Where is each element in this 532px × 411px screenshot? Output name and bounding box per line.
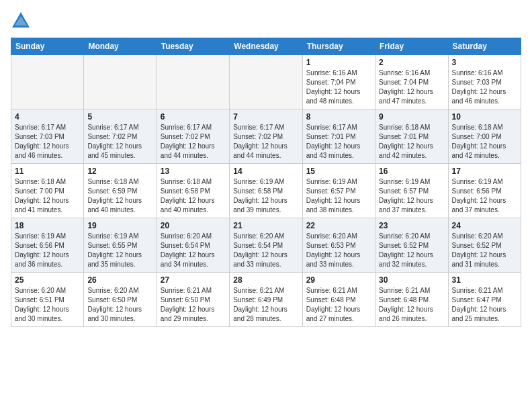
day-number: 2 — [379, 58, 444, 67]
calendar-cell: 15Sunrise: 6:19 AM Sunset: 6:57 PM Dayli… — [302, 164, 375, 218]
week-row: 25Sunrise: 6:20 AM Sunset: 6:51 PM Dayli… — [11, 273, 521, 327]
calendar-cell: 6Sunrise: 6:17 AM Sunset: 7:02 PM Daylig… — [157, 109, 229, 164]
page-header — [11, 11, 521, 31]
calendar-cell: 16Sunrise: 6:19 AM Sunset: 6:57 PM Dayli… — [375, 164, 448, 218]
calendar-cell: 22Sunrise: 6:20 AM Sunset: 6:53 PM Dayli… — [302, 218, 375, 273]
day-info: Sunrise: 6:21 AM Sunset: 6:50 PM Dayligh… — [161, 286, 226, 324]
day-number: 3 — [452, 58, 517, 67]
header-row: SundayMondayTuesdayWednesdayThursdayFrid… — [11, 38, 521, 55]
day-number: 4 — [15, 112, 80, 122]
calendar-cell: 8Sunrise: 6:17 AM Sunset: 7:01 PM Daylig… — [302, 109, 375, 164]
day-info: Sunrise: 6:18 AM Sunset: 6:59 PM Dayligh… — [87, 177, 152, 215]
calendar-table: SundayMondayTuesdayWednesdayThursdayFrid… — [11, 38, 521, 327]
calendar-cell — [157, 55, 229, 109]
day-info: Sunrise: 6:20 AM Sunset: 6:51 PM Dayligh… — [15, 286, 80, 324]
logo — [11, 11, 34, 31]
calendar-cell: 29Sunrise: 6:21 AM Sunset: 6:48 PM Dayli… — [302, 273, 375, 327]
day-info: Sunrise: 6:19 AM Sunset: 6:57 PM Dayligh… — [379, 177, 444, 215]
calendar-cell: 26Sunrise: 6:20 AM Sunset: 6:50 PM Dayli… — [84, 273, 157, 327]
header-cell-friday: Friday — [375, 38, 448, 55]
day-info: Sunrise: 6:16 AM Sunset: 7:04 PM Dayligh… — [379, 68, 444, 106]
day-info: Sunrise: 6:20 AM Sunset: 6:54 PM Dayligh… — [233, 232, 298, 269]
day-info: Sunrise: 6:17 AM Sunset: 7:01 PM Dayligh… — [306, 123, 371, 161]
day-number: 6 — [161, 112, 226, 122]
calendar-cell: 11Sunrise: 6:18 AM Sunset: 7:00 PM Dayli… — [11, 164, 84, 218]
header-cell-saturday: Saturday — [448, 38, 521, 55]
calendar-cell: 24Sunrise: 6:20 AM Sunset: 6:52 PM Dayli… — [448, 218, 521, 273]
week-row: 4Sunrise: 6:17 AM Sunset: 7:03 PM Daylig… — [11, 109, 521, 164]
calendar-header: SundayMondayTuesdayWednesdayThursdayFrid… — [11, 38, 521, 55]
calendar-cell: 10Sunrise: 6:18 AM Sunset: 7:00 PM Dayli… — [448, 109, 521, 164]
day-info: Sunrise: 6:18 AM Sunset: 7:00 PM Dayligh… — [452, 123, 517, 161]
day-info: Sunrise: 6:16 AM Sunset: 7:04 PM Dayligh… — [306, 68, 371, 106]
day-info: Sunrise: 6:16 AM Sunset: 7:03 PM Dayligh… — [452, 68, 517, 106]
calendar-cell: 19Sunrise: 6:19 AM Sunset: 6:55 PM Dayli… — [84, 218, 157, 273]
calendar-cell: 7Sunrise: 6:17 AM Sunset: 7:02 PM Daylig… — [230, 109, 302, 164]
header-cell-thursday: Thursday — [302, 38, 375, 55]
header-cell-wednesday: Wednesday — [230, 38, 302, 55]
day-number: 22 — [306, 221, 371, 230]
day-info: Sunrise: 6:19 AM Sunset: 6:55 PM Dayligh… — [87, 232, 152, 269]
day-number: 23 — [379, 221, 444, 230]
day-number: 27 — [161, 275, 226, 285]
logo-icon — [11, 11, 31, 31]
calendar-cell: 14Sunrise: 6:19 AM Sunset: 6:58 PM Dayli… — [230, 164, 302, 218]
day-number: 26 — [87, 275, 152, 285]
day-number: 31 — [452, 275, 517, 285]
calendar-body: 1Sunrise: 6:16 AM Sunset: 7:04 PM Daylig… — [11, 55, 521, 327]
day-info: Sunrise: 6:21 AM Sunset: 6:48 PM Dayligh… — [379, 286, 444, 324]
calendar-cell: 31Sunrise: 6:21 AM Sunset: 6:47 PM Dayli… — [448, 273, 521, 327]
header-cell-sunday: Sunday — [11, 38, 84, 55]
day-info: Sunrise: 6:20 AM Sunset: 6:52 PM Dayligh… — [379, 232, 444, 269]
day-info: Sunrise: 6:18 AM Sunset: 6:58 PM Dayligh… — [161, 177, 226, 215]
calendar-cell: 17Sunrise: 6:19 AM Sunset: 6:56 PM Dayli… — [448, 164, 521, 218]
calendar-cell — [11, 55, 84, 109]
calendar-cell: 25Sunrise: 6:20 AM Sunset: 6:51 PM Dayli… — [11, 273, 84, 327]
day-number: 11 — [15, 167, 80, 176]
day-number: 15 — [306, 167, 371, 176]
day-number: 7 — [233, 112, 298, 122]
day-number: 5 — [87, 112, 152, 122]
day-info: Sunrise: 6:21 AM Sunset: 6:48 PM Dayligh… — [306, 286, 371, 324]
day-info: Sunrise: 6:19 AM Sunset: 6:56 PM Dayligh… — [15, 232, 80, 269]
day-info: Sunrise: 6:20 AM Sunset: 6:50 PM Dayligh… — [87, 286, 152, 324]
day-number: 28 — [233, 275, 298, 285]
day-info: Sunrise: 6:21 AM Sunset: 6:47 PM Dayligh… — [452, 286, 517, 324]
day-number: 17 — [452, 167, 517, 176]
day-number: 10 — [452, 112, 517, 122]
calendar-cell: 28Sunrise: 6:21 AM Sunset: 6:49 PM Dayli… — [230, 273, 302, 327]
day-info: Sunrise: 6:18 AM Sunset: 7:01 PM Dayligh… — [379, 123, 444, 161]
day-info: Sunrise: 6:20 AM Sunset: 6:52 PM Dayligh… — [452, 232, 517, 269]
day-number: 13 — [161, 167, 226, 176]
day-number: 18 — [15, 221, 80, 230]
calendar-cell — [230, 55, 302, 109]
day-number: 29 — [306, 275, 371, 285]
calendar-cell: 30Sunrise: 6:21 AM Sunset: 6:48 PM Dayli… — [375, 273, 448, 327]
calendar-cell: 3Sunrise: 6:16 AM Sunset: 7:03 PM Daylig… — [448, 55, 521, 109]
day-info: Sunrise: 6:17 AM Sunset: 7:02 PM Dayligh… — [233, 123, 298, 161]
calendar-cell — [84, 55, 157, 109]
calendar-cell: 27Sunrise: 6:21 AM Sunset: 6:50 PM Dayli… — [157, 273, 229, 327]
day-info: Sunrise: 6:21 AM Sunset: 6:49 PM Dayligh… — [233, 286, 298, 324]
calendar-cell: 9Sunrise: 6:18 AM Sunset: 7:01 PM Daylig… — [375, 109, 448, 164]
day-info: Sunrise: 6:17 AM Sunset: 7:03 PM Dayligh… — [15, 123, 80, 161]
day-info: Sunrise: 6:19 AM Sunset: 6:56 PM Dayligh… — [452, 177, 517, 215]
day-number: 1 — [306, 58, 371, 67]
calendar-cell: 5Sunrise: 6:17 AM Sunset: 7:02 PM Daylig… — [84, 109, 157, 164]
day-number: 9 — [379, 112, 444, 122]
day-info: Sunrise: 6:17 AM Sunset: 7:02 PM Dayligh… — [87, 123, 152, 161]
day-number: 24 — [452, 221, 517, 230]
day-number: 21 — [233, 221, 298, 230]
calendar-cell: 12Sunrise: 6:18 AM Sunset: 6:59 PM Dayli… — [84, 164, 157, 218]
calendar-cell: 23Sunrise: 6:20 AM Sunset: 6:52 PM Dayli… — [375, 218, 448, 273]
day-info: Sunrise: 6:20 AM Sunset: 6:53 PM Dayligh… — [306, 232, 371, 269]
calendar-cell: 13Sunrise: 6:18 AM Sunset: 6:58 PM Dayli… — [157, 164, 229, 218]
day-info: Sunrise: 6:20 AM Sunset: 6:54 PM Dayligh… — [161, 232, 226, 269]
day-number: 25 — [15, 275, 80, 285]
week-row: 1Sunrise: 6:16 AM Sunset: 7:04 PM Daylig… — [11, 55, 521, 109]
day-number: 19 — [87, 221, 152, 230]
calendar-cell: 1Sunrise: 6:16 AM Sunset: 7:04 PM Daylig… — [302, 55, 375, 109]
calendar-cell: 18Sunrise: 6:19 AM Sunset: 6:56 PM Dayli… — [11, 218, 84, 273]
day-number: 30 — [379, 275, 444, 285]
calendar-cell: 20Sunrise: 6:20 AM Sunset: 6:54 PM Dayli… — [157, 218, 229, 273]
